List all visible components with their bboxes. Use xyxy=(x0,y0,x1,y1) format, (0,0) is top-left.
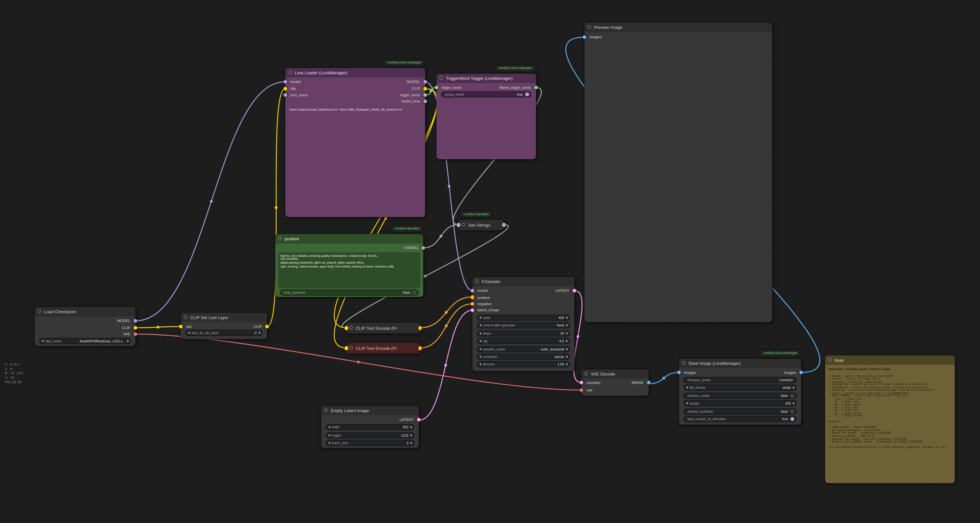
node-load-checkpoint[interactable]: Load Checkpoint MODEL CLIP VAE ckpt_name… xyxy=(35,307,135,346)
link-dot[interactable] xyxy=(448,185,450,188)
node-title-bar[interactable]: Join Strings xyxy=(459,220,504,230)
increment-arrow-icon[interactable] xyxy=(793,386,795,389)
widget-quality[interactable]: quality 100 xyxy=(683,400,797,406)
link-dot[interactable] xyxy=(663,377,665,380)
increment-arrow-icon[interactable] xyxy=(566,332,568,334)
node-title-bar[interactable]: Preview Image xyxy=(585,23,772,32)
decrement-arrow-icon[interactable] xyxy=(686,386,687,389)
collapse-dot[interactable] xyxy=(288,71,292,74)
widget-add-counter-to-filename[interactable]: add_counter_to_filename true xyxy=(683,416,797,422)
node-preview-image[interactable]: Preview Image images xyxy=(585,23,772,322)
widget-steps[interactable]: steps 20 xyxy=(477,330,570,336)
node-title-bar[interactable]: Save Image (LoraManager) xyxy=(679,358,801,368)
widget-stop-at-clip-layer[interactable]: stop_at_clip_layer -2 xyxy=(185,330,262,336)
widget-height[interactable]: height 1216 xyxy=(326,432,415,438)
node-title-bar[interactable]: KSampler xyxy=(472,277,574,286)
link-dot[interactable] xyxy=(576,335,579,338)
node-vae-decode[interactable]: VAE Decode samples vae IMAGE xyxy=(581,369,649,396)
collapse-dot[interactable] xyxy=(475,279,479,283)
node-title-bar[interactable]: positive xyxy=(275,234,423,244)
decrement-arrow-icon[interactable] xyxy=(686,402,687,405)
toggle-indicator[interactable] xyxy=(791,417,794,420)
decrement-arrow-icon[interactable] xyxy=(479,324,481,326)
note-body-text[interactable]: - %seed% - Inserts the generation seed n… xyxy=(829,372,952,482)
decrement-arrow-icon[interactable] xyxy=(479,355,481,358)
node-title-bar[interactable]: Empty Latent Image xyxy=(321,406,419,415)
node-title-bar[interactable]: CLIP Set Last Layer xyxy=(181,312,267,322)
link-dot[interactable] xyxy=(384,217,387,220)
decrement-arrow-icon[interactable] xyxy=(479,348,481,350)
collapse-dot[interactable] xyxy=(584,372,588,376)
widget-width[interactable]: width 832 xyxy=(326,424,415,430)
node-clip-text-encode-negative[interactable]: CLIP Text Encode (Pr xyxy=(346,343,420,353)
link-dot[interactable] xyxy=(445,311,448,314)
widget-batch-size[interactable]: batch_size 3 xyxy=(326,440,415,446)
collapse-dot[interactable] xyxy=(461,223,465,226)
widget-control-after-generate[interactable]: control after generate fixed xyxy=(477,322,570,328)
node-title-bar[interactable]: Note xyxy=(825,355,955,365)
decrement-arrow-icon[interactable] xyxy=(479,363,481,366)
collapse-dot[interactable] xyxy=(278,237,282,240)
widget-denoise[interactable]: denoise 1.00 xyxy=(477,361,570,368)
widget-group-mode[interactable]: group_mode true xyxy=(441,91,531,97)
collapse-dot[interactable] xyxy=(349,326,353,330)
decrement-arrow-icon[interactable] xyxy=(328,426,330,429)
widget-embed-workflow[interactable]: embed_workflow false xyxy=(683,408,797,414)
increment-arrow-icon[interactable] xyxy=(566,324,568,326)
increment-arrow-icon[interactable] xyxy=(566,317,568,319)
decrement-arrow-icon[interactable] xyxy=(479,340,481,342)
node-graph-canvas[interactable]: comfyui-lora-manager comfyui-lora-manage… xyxy=(0,0,980,523)
decrement-arrow-icon[interactable] xyxy=(41,340,43,342)
link-dot[interactable] xyxy=(445,325,448,328)
node-title-bar[interactable]: CLIP Text Encode (Pr xyxy=(346,323,420,333)
node-clip-text-encode-positive[interactable]: CLIP Text Encode (Pr xyxy=(346,323,420,333)
decrement-arrow-icon[interactable] xyxy=(479,332,481,334)
prompt-textarea[interactable]: highres, very detailed, amazing quality,… xyxy=(278,252,420,288)
increment-arrow-icon[interactable] xyxy=(258,332,260,334)
decrement-arrow-icon[interactable] xyxy=(328,442,330,444)
node-title-bar[interactable]: TriggerWord Toggle (LoraManager) xyxy=(437,74,536,83)
toggle-indicator[interactable] xyxy=(791,394,794,397)
increment-arrow-icon[interactable] xyxy=(566,348,568,350)
widget-sampler-name[interactable]: sampler_name euler_ancestral xyxy=(477,346,570,352)
increment-arrow-icon[interactable] xyxy=(566,355,568,358)
widget-ckpt-name[interactable]: ckpt_name ilwaiNSFWIllustrious_v110.s... xyxy=(39,338,131,344)
increment-arrow-icon[interactable] xyxy=(410,426,412,429)
decrement-arrow-icon[interactable] xyxy=(187,332,189,334)
increment-arrow-icon[interactable] xyxy=(566,340,568,342)
link-dot[interactable] xyxy=(439,235,442,238)
node-empty-latent-image[interactable]: Empty Latent Image LATENT width 832 heig… xyxy=(321,406,419,448)
decrement-arrow-icon[interactable] xyxy=(479,317,481,319)
node-triggerword-toggle[interactable]: TriggerWord Toggle (LoraManager) trigger… xyxy=(437,74,536,159)
link-dot[interactable] xyxy=(444,364,447,367)
widget-cfg[interactable]: cfg 8.0 xyxy=(477,338,570,344)
collapse-dot[interactable] xyxy=(587,25,591,29)
toggle-indicator[interactable] xyxy=(412,291,416,294)
widget-filename-prefix[interactable]: filename_prefix ComfyUI xyxy=(683,377,797,383)
widget-strip-newlines[interactable]: strip_newlines false xyxy=(280,290,419,296)
collapse-dot[interactable] xyxy=(828,358,832,361)
link-dot[interactable] xyxy=(357,361,360,363)
input-port-positive[interactable] xyxy=(470,295,474,299)
node-title-bar[interactable]: Lora Loader (LoraManager) xyxy=(285,68,425,78)
widget-scheduler[interactable]: scheduler karras xyxy=(477,353,570,360)
node-ksampler[interactable]: KSampler model positive negative latent_… xyxy=(472,277,574,371)
collapse-dot[interactable] xyxy=(682,361,685,365)
increment-arrow-icon[interactable] xyxy=(566,363,568,366)
node-title-bar[interactable]: Load Checkpoint xyxy=(35,307,135,317)
collapse-dot[interactable] xyxy=(37,310,41,313)
increment-arrow-icon[interactable] xyxy=(410,442,412,444)
collapse-dot[interactable] xyxy=(439,76,443,80)
increment-arrow-icon[interactable] xyxy=(127,340,129,342)
node-lora-loader[interactable]: Lora Loader (LoraManager) model clip lor… xyxy=(285,68,425,217)
node-title-bar[interactable]: VAE Decode xyxy=(581,369,649,379)
node-positive-prompt[interactable]: positive STRING highres, very detailed, … xyxy=(275,234,423,297)
link-dot[interactable] xyxy=(424,275,426,278)
widget-lossless-webp[interactable]: lossless_webp false xyxy=(683,393,797,399)
node-join-strings[interactable]: Join Strings xyxy=(459,220,504,230)
increment-arrow-icon[interactable] xyxy=(410,434,412,437)
lora-syntax-text[interactable]: <lora:CreateConcept_Illustrious:0.8> <lo… xyxy=(289,108,422,111)
widget-seed[interactable]: seed 409 xyxy=(477,314,570,321)
link-dot[interactable] xyxy=(210,200,213,203)
toggle-indicator[interactable] xyxy=(525,93,528,96)
